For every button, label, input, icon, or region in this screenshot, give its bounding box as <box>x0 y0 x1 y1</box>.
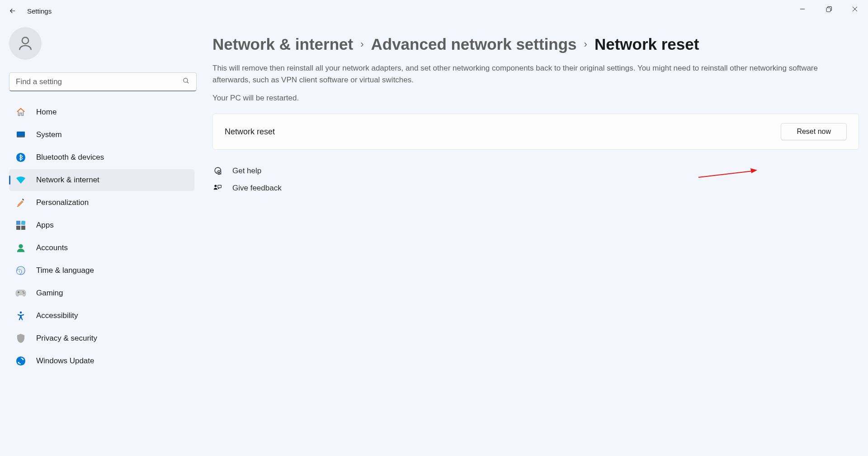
nav-label: Gaming <box>36 289 63 298</box>
sidebar-item-personalization[interactable]: Personalization <box>9 192 194 214</box>
sidebar-item-privacy[interactable]: Privacy & security <box>9 328 194 349</box>
search-input[interactable] <box>16 77 182 86</box>
nav-label: Time & language <box>36 266 94 275</box>
sidebar-item-bluetooth[interactable]: Bluetooth & devices <box>9 147 194 168</box>
breadcrumb: Network & internet › Advanced network se… <box>212 35 859 53</box>
brush-icon <box>15 197 26 208</box>
svg-rect-10 <box>16 221 20 225</box>
sidebar-item-accounts[interactable]: Accounts <box>9 237 194 259</box>
nav-label: Home <box>36 108 57 117</box>
feedback-icon <box>212 183 222 193</box>
sidebar-item-apps[interactable]: Apps <box>9 214 194 236</box>
nav-label: Accessibility <box>36 311 78 320</box>
shield-icon <box>15 333 26 344</box>
svg-point-5 <box>184 78 188 82</box>
nav-label: Apps <box>36 221 54 230</box>
sidebar-item-network[interactable]: Network & internet <box>9 169 194 191</box>
feedback-label: Give feedback <box>232 184 282 193</box>
svg-rect-13 <box>21 226 25 230</box>
search-box[interactable] <box>9 72 197 91</box>
sidebar-item-gaming[interactable]: Gaming <box>9 282 194 304</box>
system-icon <box>15 129 26 140</box>
svg-point-4 <box>22 38 28 44</box>
help-label: Get help <box>232 166 261 176</box>
accounts-icon <box>15 242 26 253</box>
wifi-icon <box>15 175 26 185</box>
breadcrumb-network[interactable]: Network & internet <box>212 35 353 53</box>
give-feedback-link[interactable]: Give feedback <box>212 183 859 193</box>
svg-point-20 <box>16 356 25 366</box>
svg-rect-12 <box>16 226 20 230</box>
close-button[interactable] <box>842 0 868 18</box>
description-text: This will remove then reinstall all your… <box>212 62 845 86</box>
titlebar: Settings <box>0 0 868 22</box>
maximize-button[interactable] <box>816 0 842 18</box>
bluetooth-icon <box>15 152 26 163</box>
nav-label: System <box>36 130 62 139</box>
nav-label: Network & internet <box>36 176 99 185</box>
sidebar-item-windows-update[interactable]: Windows Update <box>9 350 194 372</box>
clock-globe-icon <box>15 265 26 276</box>
window-title: Settings <box>27 7 52 15</box>
svg-rect-24 <box>218 185 222 188</box>
breadcrumb-current: Network reset <box>594 35 699 53</box>
apps-icon <box>15 220 26 231</box>
back-button[interactable] <box>4 2 22 20</box>
svg-point-17 <box>23 291 24 292</box>
nav-label: Windows Update <box>36 356 94 366</box>
svg-line-6 <box>187 82 189 83</box>
sidebar-item-home[interactable]: Home <box>9 101 194 123</box>
breadcrumb-advanced[interactable]: Advanced network settings <box>371 35 576 53</box>
user-avatar[interactable] <box>9 27 42 60</box>
chevron-right-icon: › <box>584 38 587 50</box>
gamepad-icon <box>15 288 26 299</box>
get-help-link[interactable]: ? Get help <box>212 166 859 176</box>
sidebar-item-time-language[interactable]: Time & language <box>9 260 194 281</box>
window-controls <box>789 0 868 18</box>
nav-label: Personalization <box>36 198 89 207</box>
svg-point-23 <box>214 185 217 187</box>
minimize-button[interactable] <box>789 0 816 18</box>
nav-label: Accounts <box>36 243 68 252</box>
help-icon: ? <box>212 166 222 176</box>
nav-label: Bluetooth & devices <box>36 153 104 162</box>
sidebar-nav: Home System Bluetooth & devices Network … <box>9 101 172 372</box>
svg-point-9 <box>16 153 25 162</box>
reset-now-button[interactable]: Reset now <box>781 123 847 140</box>
chevron-right-icon: › <box>360 38 363 50</box>
svg-rect-11 <box>21 221 25 225</box>
update-icon <box>15 356 26 366</box>
svg-point-14 <box>19 244 23 248</box>
sidebar-item-system[interactable]: System <box>9 124 194 146</box>
accessibility-icon <box>15 310 26 321</box>
search-icon <box>182 77 190 86</box>
svg-point-18 <box>24 293 24 294</box>
sidebar-item-accessibility[interactable]: Accessibility <box>9 305 194 327</box>
network-reset-card: Network reset Reset now <box>212 114 859 150</box>
svg-point-19 <box>20 311 22 314</box>
card-label: Network reset <box>225 127 275 137</box>
main-content: Network & internet › Advanced network se… <box>197 22 868 456</box>
nav-label: Privacy & security <box>36 334 97 343</box>
sidebar: Home System Bluetooth & devices Network … <box>0 22 172 456</box>
svg-rect-8 <box>17 136 25 138</box>
home-icon <box>15 107 26 118</box>
restart-note: Your PC will be restarted. <box>212 94 859 103</box>
svg-rect-1 <box>826 8 830 12</box>
